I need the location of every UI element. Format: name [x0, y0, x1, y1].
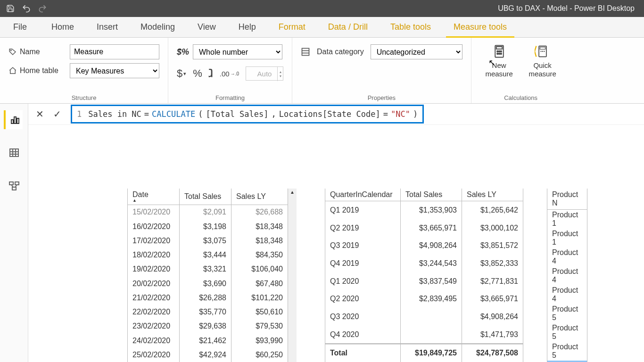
currency-button[interactable]: $ ▾ [177, 67, 186, 80]
svg-point-0 [11, 50, 12, 51]
new-measure-label: New measure [480, 61, 519, 78]
svg-rect-25 [9, 182, 13, 185]
percent-button[interactable]: % [193, 67, 202, 80]
redo-icon[interactable] [38, 4, 47, 13]
table-row[interactable]: 18/02/2020$3,444$84,350 [128, 248, 288, 262]
tab-help[interactable]: Help [227, 17, 267, 37]
svg-point-10 [498, 53, 500, 55]
quick-measure-button[interactable]: Quick measure [523, 42, 562, 93]
tab-data-drill[interactable]: Data / Drill [317, 17, 379, 37]
name-input[interactable] [70, 44, 159, 59]
table-products[interactable]: Product N Product 1Product 1Product 4Pro… [547, 189, 587, 362]
table-row[interactable]: Product 5 [547, 304, 587, 323]
data-view-button[interactable] [5, 143, 24, 162]
svg-rect-17 [11, 120, 13, 123]
table-row[interactable]: Product 5 [547, 342, 587, 361]
table-row[interactable]: Product 4 [547, 266, 587, 285]
table-row[interactable]: 22/02/2020$35,770$50,610 [128, 305, 288, 319]
tab-modeling[interactable]: Modeling [129, 17, 186, 37]
decimal-places-input[interactable]: Auto▴▾ [246, 66, 283, 81]
report-view-button[interactable] [4, 110, 23, 129]
commit-formula-button[interactable]: ✓ [53, 108, 61, 120]
svg-rect-5 [496, 47, 502, 49]
scrollbar[interactable]: ▲ [288, 189, 297, 362]
home-table-select[interactable]: Key Measures [70, 63, 159, 78]
table-row[interactable]: 17/02/2020$3,075$18,348 [128, 234, 288, 248]
quick-measure-icon [535, 43, 551, 59]
table-row[interactable]: Product 1 [547, 229, 587, 247]
titlebar: UBG to DAX - Model - Power BI Desktop [0, 0, 644, 17]
table-daily-sales[interactable]: Date Total Sales Sales LY 15/02/2020$2,0… [127, 189, 288, 362]
canvas: ✕ ✓ 1 Sales in NC = CALCULATE ( [Total S… [28, 104, 644, 362]
table-row[interactable]: Product 5 [547, 323, 587, 342]
col-total-sales[interactable]: Total Sales [180, 189, 231, 205]
format-type-select[interactable]: Whole number [193, 44, 282, 59]
data-category-select[interactable]: Uncategorized [371, 44, 462, 59]
model-view-button[interactable] [5, 176, 24, 195]
tab-file[interactable]: File [0, 17, 40, 37]
tab-home[interactable]: Home [40, 17, 85, 37]
tab-format[interactable]: Format [267, 17, 317, 37]
svg-point-16 [544, 51, 545, 52]
svg-point-8 [500, 51, 502, 52]
table-row[interactable]: Product 4 [547, 285, 587, 304]
table-row[interactable]: Q4 2020$1,471,793 [325, 326, 523, 344]
ribbon-tabs: File Home Insert Modeling View Help Form… [0, 17, 644, 38]
formula-input[interactable]: 1 Sales in NC = CALCULATE ( [Total Sales… [71, 105, 424, 123]
table-quarterly-sales[interactable]: QuarterInCalendar Total Sales Sales LY Q… [325, 189, 523, 362]
new-measure-button[interactable]: New measure ↖ [480, 42, 519, 93]
table-row[interactable]: Q2 2019$3,665,971$3,000,102 [325, 219, 523, 237]
svg-point-9 [497, 53, 498, 55]
thousands-button[interactable]: ⱹ [209, 67, 213, 80]
table-row[interactable]: 16/02/2020$3,198$18,348 [128, 219, 288, 233]
tab-table-tools[interactable]: Table tools [379, 17, 442, 37]
table-row[interactable]: 24/02/2020$21,462$93,990 [128, 333, 288, 347]
cancel-formula-button[interactable]: ✕ [36, 108, 44, 120]
table-row[interactable]: Q2 2020$2,839,495$3,665,971 [325, 290, 523, 308]
svg-point-14 [540, 51, 541, 52]
decimal-button[interactable]: .00→.0 [220, 70, 239, 78]
undo-icon[interactable] [22, 4, 31, 13]
tab-measure-tools[interactable]: Measure tools [442, 17, 518, 37]
table-row[interactable]: 25/02/2020$42,924$60,250 [128, 348, 288, 362]
tab-view[interactable]: View [186, 17, 227, 37]
group-structure: Name Home table Key Measures Structure [0, 38, 168, 103]
col-product[interactable]: Product N [547, 189, 587, 210]
table-row[interactable]: 15/02/2020$2,091$26,688 [128, 205, 288, 220]
col-total-sales-q[interactable]: Total Sales [401, 189, 462, 201]
calculator-icon [492, 43, 506, 59]
group-label-formatting: Formatting [177, 93, 283, 101]
table-row[interactable]: 21/02/2020$26,288$101,220 [128, 291, 288, 305]
name-label: Name [20, 48, 40, 56]
svg-point-11 [500, 53, 502, 55]
table-row[interactable]: 23/02/2020$29,638$79,530 [128, 319, 288, 333]
table-row[interactable]: Q1 2019$1,353,903$1,265,642 [325, 201, 523, 220]
svg-rect-20 [10, 149, 18, 156]
formula-bar: ✕ ✓ 1 Sales in NC = CALCULATE ( [Total S… [28, 104, 644, 125]
table-row[interactable]: 19/02/2020$3,321$106,040 [128, 262, 288, 276]
table-row[interactable]: Q3 2020$4,908,264 [325, 308, 523, 326]
quick-measure-label: Quick measure [523, 61, 562, 78]
table-row[interactable]: Product 4 [547, 247, 587, 266]
svg-rect-27 [12, 187, 16, 190]
col-sales-ly[interactable]: Sales LY [231, 189, 288, 205]
tag-icon [8, 48, 17, 56]
table-row[interactable]: Product 1 [547, 210, 587, 229]
decimal-spinner[interactable]: ▴▾ [277, 67, 283, 81]
col-sales-ly-q[interactable]: Sales LY [462, 189, 523, 201]
tab-insert[interactable]: Insert [85, 17, 129, 37]
ribbon-body: Name Home table Key Measures Structure $… [0, 38, 644, 104]
svg-rect-18 [14, 117, 16, 123]
group-label-calculations: Calculations [480, 93, 562, 101]
table-row[interactable]: Q3 2019$4,908,264$3,851,572 [325, 237, 523, 255]
save-icon[interactable] [6, 4, 15, 13]
col-quarter[interactable]: QuarterInCalendar [325, 189, 401, 201]
table-row[interactable]: 20/02/2020$3,690$67,480 [128, 276, 288, 290]
group-calculations: New measure ↖ Quick measure Calculations [471, 38, 570, 103]
table-total-row: Total$19,849,725$24,787,508 [325, 344, 523, 362]
table-row[interactable]: Q4 2019$3,244,543$3,852,333 [325, 255, 523, 272]
table-row[interactable]: Q1 2020$3,837,549$2,771,831 [325, 272, 523, 290]
col-date[interactable]: Date [128, 189, 180, 205]
svg-point-15 [542, 51, 543, 52]
group-properties: Data category Uncategorized Properties [292, 38, 471, 103]
